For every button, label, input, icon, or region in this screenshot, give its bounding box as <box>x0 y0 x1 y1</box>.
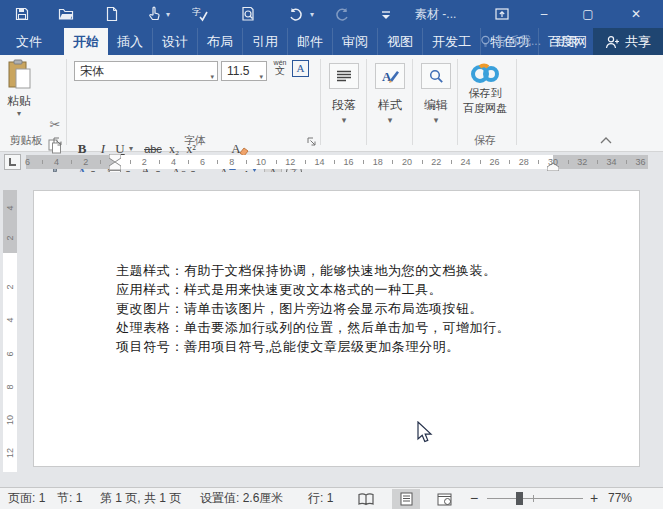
zoom-slider-handle[interactable] <box>516 492 523 505</box>
share-button[interactable]: 共享 <box>593 28 663 55</box>
print-layout-button[interactable] <box>392 489 420 509</box>
status-setting[interactable]: 设置值: 2.6厘米 <box>200 488 283 509</box>
maximize-button[interactable]: ▢ <box>568 0 608 28</box>
tab-视图[interactable]: 视图 <box>378 28 423 55</box>
open-icon[interactable] <box>58 6 74 22</box>
zoom-slider-track[interactable] <box>487 498 583 499</box>
h-ruler-tick <box>363 160 364 164</box>
character-border-button[interactable]: A <box>292 60 309 77</box>
tab-插入[interactable]: 插入 <box>108 28 153 55</box>
styles-group-dropdown[interactable]: ▾ <box>368 115 412 125</box>
status-page[interactable]: 页面: 1 <box>8 488 45 509</box>
h-ruler-number: 8 <box>229 155 234 169</box>
editing-group-dropdown[interactable]: ▾ <box>414 115 458 125</box>
tell-me-label: 告诉我... <box>495 33 541 50</box>
cut-icon[interactable]: ✂ <box>46 115 64 135</box>
paste-clipboard-icon <box>6 59 32 91</box>
ribbon-display-icon[interactable] <box>494 6 510 22</box>
undo-dropdown[interactable]: ▾ <box>310 10 314 19</box>
document-line[interactable]: 应用样式：样式是用来快速更改文本格式的一种工具。 <box>116 280 510 299</box>
first-line-indent-marker[interactable] <box>109 154 121 162</box>
h-ruler-number: 6 <box>25 155 30 169</box>
pinyin-guide-button[interactable]: wén 文 <box>270 59 290 76</box>
document-line[interactable]: 更改图片：请单击该图片，图片旁边将会显示布局选项按钮。 <box>116 299 510 318</box>
h-ruler-tick <box>334 160 335 164</box>
paragraph-group-dropdown[interactable]: ▾ <box>322 115 366 125</box>
paragraph-group-button[interactable] <box>329 63 359 89</box>
v-ruler-number: 10 <box>5 413 15 427</box>
proofing-icon[interactable]: 字 <box>192 6 208 22</box>
paste-button[interactable]: 粘贴 ▾ <box>6 59 32 118</box>
zoom-out-button[interactable]: − <box>470 488 478 509</box>
tab-布局[interactable]: 布局 <box>198 28 243 55</box>
minimize-button[interactable]: – <box>524 0 564 28</box>
tab-设计[interactable]: 设计 <box>153 28 198 55</box>
print-preview-icon[interactable] <box>240 6 256 22</box>
paste-label: 粘贴 <box>7 93 31 110</box>
styles-group-button[interactable]: A <box>375 63 405 89</box>
paste-dropdown[interactable]: ▾ <box>17 110 21 118</box>
document-page[interactable]: 主题样式：有助于文档保持协调，能够快速地为您的文档换装。应用样式：样式是用来快速… <box>33 190 640 467</box>
h-ruler-number: 6 <box>200 155 205 169</box>
zoom-level[interactable]: 77% <box>608 488 632 509</box>
tab-邮件[interactable]: 邮件 <box>288 28 333 55</box>
font-name-dropdown[interactable]: ▾ <box>210 68 214 86</box>
font-name-combobox[interactable]: 宋体 ▾ <box>74 61 218 81</box>
baidu-label-line1: 保存到 <box>469 86 502 101</box>
h-ruler-tick <box>276 160 277 164</box>
save-to-baidu-button[interactable]: 保存到 百度网盘 <box>458 59 512 116</box>
v-ruler-number: 4 <box>5 313 15 327</box>
new-document-icon[interactable] <box>104 6 120 22</box>
web-layout-button[interactable] <box>430 489 458 509</box>
baidu-label-line2: 百度网盘 <box>463 101 507 116</box>
tab-审阅[interactable]: 审阅 <box>333 28 378 55</box>
editing-group-button[interactable] <box>421 63 451 89</box>
font-dialog-launcher[interactable] <box>306 136 317 147</box>
h-ruler-tick <box>305 160 306 164</box>
customize-qat-icon[interactable] <box>378 8 394 24</box>
tab-row-right: 告诉我... 登录 共享 <box>480 28 663 55</box>
paragraph-group-label: 段落 <box>322 97 366 114</box>
tell-me[interactable]: 告诉我... <box>480 33 541 50</box>
touch-mode-dropdown[interactable]: ▾ <box>166 10 170 19</box>
font-size-combobox[interactable]: 11.5 ▾ <box>221 61 267 81</box>
v-ruler-number: 6 <box>5 347 15 361</box>
clipboard-dialog-launcher[interactable] <box>52 136 63 147</box>
status-bar: 页面: 1 节: 1 第 1 页, 共 1 页 设置值: 2.6厘米 行: 1 … <box>0 487 663 509</box>
ribbon-tab-row: 文件 开始插入设计布局引用邮件审阅视图开发工特色功百度网 告诉我... 登录 共… <box>0 28 663 55</box>
redo-icon[interactable] <box>334 6 350 22</box>
h-ruler-number: 2 <box>142 155 147 169</box>
hanging-indent-marker[interactable] <box>109 162 121 170</box>
document-line[interactable]: 项目符号：善用项目符号,总能使文章层级更加条理分明。 <box>116 337 510 356</box>
tab-开发工[interactable]: 开发工 <box>423 28 481 55</box>
tab-开始[interactable]: 开始 <box>64 28 108 55</box>
status-line[interactable]: 行: 1 <box>308 488 333 509</box>
read-mode-button[interactable] <box>352 489 380 509</box>
h-ruler-tick <box>422 160 423 164</box>
horizontal-ruler[interactable]: 64224681012141618202224262830323436 <box>0 152 663 172</box>
font-name-value: 宋体 <box>80 64 104 78</box>
undo-icon[interactable] <box>288 6 304 22</box>
vertical-ruler[interactable]: 4224681012 <box>3 190 21 475</box>
h-ruler-number: 30 <box>548 155 558 169</box>
status-section[interactable]: 节: 1 <box>57 488 82 509</box>
status-page-info[interactable]: 第 1 页, 共 1 页 <box>100 488 181 509</box>
collapse-ribbon-icon[interactable] <box>600 137 612 144</box>
tab-file[interactable]: 文件 <box>0 28 58 55</box>
document-line[interactable]: 处理表格：单击要添加行或列的位置，然后单击加号，可增加行。 <box>116 318 510 337</box>
touch-mode-icon[interactable] <box>146 6 162 22</box>
svg-text:字: 字 <box>192 7 201 17</box>
sign-in-button[interactable]: 登录 <box>555 33 579 50</box>
font-size-dropdown[interactable]: ▾ <box>259 68 263 86</box>
zoom-slider-notch <box>533 495 534 502</box>
tab-引用[interactable]: 引用 <box>243 28 288 55</box>
zoom-in-button[interactable]: + <box>590 488 598 509</box>
web-layout-icon <box>437 493 452 506</box>
h-ruler-tick <box>188 160 189 164</box>
save-icon[interactable] <box>14 6 30 22</box>
document-line[interactable]: 主题样式：有助于文档保持协调，能够快速地为您的文档换装。 <box>116 261 510 280</box>
h-ruler-tick <box>71 160 72 164</box>
close-button[interactable]: ✕ <box>616 0 656 28</box>
mouse-cursor <box>417 421 434 445</box>
document-text[interactable]: 主题样式：有助于文档保持协调，能够快速地为您的文档换装。应用样式：样式是用来快速… <box>116 261 510 356</box>
